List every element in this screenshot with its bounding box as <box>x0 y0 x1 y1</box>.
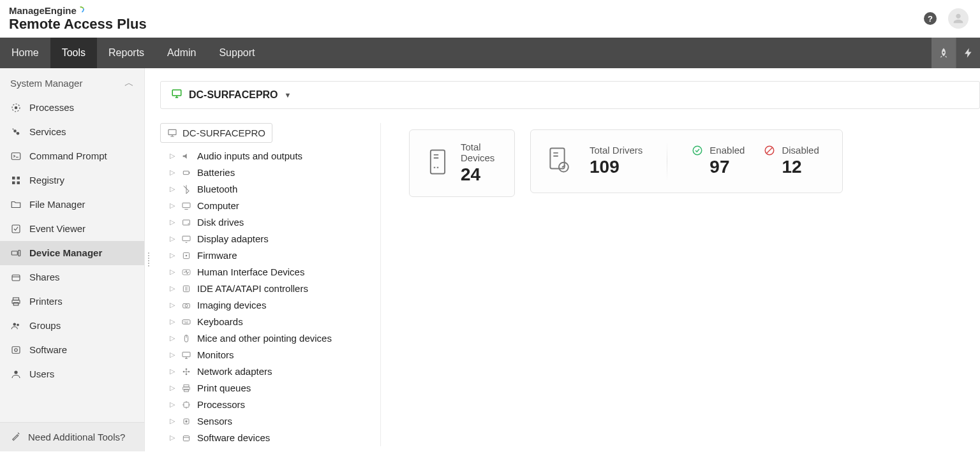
sidebar-footer-link[interactable]: Need Additional Tools? <box>0 422 144 451</box>
svg-rect-23 <box>183 171 189 174</box>
sidebar-item-printers[interactable]: Printers <box>0 289 144 314</box>
expand-arrow-icon: ▷ <box>169 218 175 226</box>
category-icon <box>181 233 192 245</box>
sidebar-item-registry[interactable]: Registry <box>0 168 144 193</box>
machine-selector[interactable]: DC-SURFACEPRO ▼ <box>160 81 980 109</box>
header-right: ? <box>924 8 969 29</box>
card-total-devices: Total Devices 24 <box>409 129 515 197</box>
category-icon <box>181 150 192 162</box>
sidebar-item-users[interactable]: Users <box>0 362 144 386</box>
expand-arrow-icon: ▷ <box>169 268 175 276</box>
tree-item[interactable]: ▷Firmware <box>160 247 376 264</box>
printer-icon <box>10 296 22 307</box>
svg-rect-24 <box>189 171 189 173</box>
users-icon <box>10 368 22 380</box>
expand-arrow-icon: ▷ <box>169 168 175 177</box>
rocket-icon-button[interactable] <box>932 38 956 68</box>
category-icon <box>181 366 192 377</box>
help-icon[interactable]: ? <box>924 12 937 25</box>
tree-item[interactable]: ▷IDE ATA/ATAPI controllers <box>160 281 376 297</box>
svg-point-34 <box>185 304 188 307</box>
nav-admin[interactable]: Admin <box>156 38 207 68</box>
metric-label: Total Drivers <box>590 145 642 156</box>
tree-item[interactable]: ▷Batteries <box>160 164 376 181</box>
sidebar-item-processes[interactable]: Processes <box>0 96 144 120</box>
tree-item[interactable]: ▷Human Interface Devices <box>160 264 376 281</box>
user-avatar[interactable] <box>948 8 969 29</box>
tree-item-label: Keyboards <box>197 316 243 327</box>
svg-rect-22 <box>168 129 176 135</box>
tree-item-label: Batteries <box>197 167 235 178</box>
sidebar-footer-label: Need Additional Tools? <box>28 432 125 442</box>
sidebar-item-command-prompt[interactable]: Command Prompt <box>0 144 144 168</box>
splitter-handle[interactable] <box>145 251 152 268</box>
check-circle-icon <box>692 145 703 156</box>
tree-item[interactable]: ▷Disk drives <box>160 214 376 231</box>
svg-point-51 <box>559 162 568 171</box>
svg-point-27 <box>188 223 189 224</box>
category-icon <box>181 250 192 261</box>
tree-item[interactable]: ▷Software devices <box>160 430 376 446</box>
folder-icon <box>10 199 22 210</box>
metric-value: 24 <box>461 164 498 185</box>
tree-item[interactable]: ▷Imaging devices <box>160 297 376 314</box>
tree-item[interactable]: ▷Processors <box>160 397 376 413</box>
sidebar-item-label: Services <box>29 126 66 137</box>
svg-point-30 <box>186 254 188 256</box>
category-icon <box>181 316 192 328</box>
sidebar-item-label: Command Prompt <box>29 150 107 161</box>
shares-icon <box>10 272 22 283</box>
sidebar-item-event-viewer[interactable]: Event Viewer <box>0 217 144 241</box>
sidebar-item-file-manager[interactable]: File Manager <box>0 193 144 217</box>
category-icon <box>181 184 192 195</box>
tree-item-label: Bluetooth <box>197 184 237 194</box>
tree-item-label: Disk drives <box>197 217 244 228</box>
svg-point-41 <box>186 373 188 375</box>
expand-arrow-icon: ▷ <box>169 235 175 243</box>
sidebar-item-device-manager[interactable]: Device Manager <box>0 241 144 265</box>
tree-item-label: Imaging devices <box>197 300 266 310</box>
tree-item[interactable]: ▷Monitors <box>160 347 376 363</box>
bolt-icon-button[interactable] <box>956 38 980 68</box>
sidebar-item-label: Users <box>29 368 54 379</box>
expand-arrow-icon: ▷ <box>169 251 175 259</box>
svg-rect-44 <box>184 389 189 391</box>
category-icon <box>181 200 192 212</box>
sidebar-item-services[interactable]: Services <box>0 120 144 144</box>
services-icon <box>10 126 22 138</box>
sidebar-item-groups[interactable]: Groups <box>0 314 144 338</box>
tree-item[interactable]: ▷Audio inputs and outputs <box>160 148 376 164</box>
nav-home[interactable]: Home <box>0 38 50 68</box>
tree-item[interactable]: ▷Computer <box>160 198 376 214</box>
expand-arrow-icon: ▷ <box>169 334 175 342</box>
sidebar: System Manager ︿ Processes Services Comm… <box>0 68 145 451</box>
device-tree-panel: DC-SURFACEPRO ▷Audio inputs and outputs▷… <box>160 123 381 446</box>
category-icon <box>181 432 192 444</box>
card-total-drivers: Total Drivers 109 Enabled 97 <box>530 129 843 193</box>
tree-root-node[interactable]: DC-SURFACEPRO <box>160 123 272 143</box>
nav-tools[interactable]: Tools <box>50 38 97 68</box>
sidebar-item-software[interactable]: Software <box>0 338 144 362</box>
tree-item-label: Processors <box>197 399 245 410</box>
processes-icon <box>10 102 22 113</box>
svg-point-20 <box>14 370 17 374</box>
tree-item[interactable]: ▷Mice and other pointing devices <box>160 330 376 347</box>
tree-item-label: Firmware <box>197 250 237 261</box>
svg-rect-10 <box>11 251 17 255</box>
category-icon <box>181 399 192 411</box>
tree-item[interactable]: ▷Print queues <box>160 380 376 397</box>
nav-support[interactable]: Support <box>207 38 266 68</box>
tree-item[interactable]: ▷Display adapters <box>160 231 376 247</box>
sidebar-item-shares[interactable]: Shares <box>0 265 144 289</box>
tree-item[interactable]: ▷Sensors <box>160 413 376 430</box>
tree-item[interactable]: ▷Network adapters <box>160 363 376 380</box>
tree-item[interactable]: ▷Bluetooth <box>160 181 376 198</box>
svg-point-52 <box>694 146 702 155</box>
category-icon <box>181 300 192 311</box>
svg-rect-25 <box>182 203 190 207</box>
sidebar-section-header[interactable]: System Manager ︿ <box>0 68 144 96</box>
chevron-up-icon: ︿ <box>124 77 134 89</box>
tree-item[interactable]: ▷Keyboards <box>160 314 376 330</box>
svg-rect-50 <box>550 148 564 168</box>
nav-reports[interactable]: Reports <box>97 38 156 68</box>
